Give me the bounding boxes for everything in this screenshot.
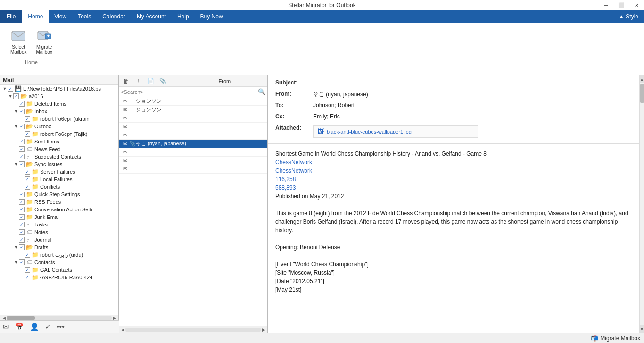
checkbox-journal[interactable]: ✓ — [19, 237, 25, 243]
tree-item-outbox[interactable]: ▼✓📂Outbox — [0, 123, 118, 130]
migrate-mailbox-button[interactable]: MigrateMailbox — [33, 26, 55, 57]
msg-row-0[interactable]: ✉ジョンソン — [119, 97, 267, 106]
tree-item-convaction[interactable]: ✓📁Conversation Action Setti — [0, 206, 118, 213]
checkbox-contacts[interactable]: ✓ — [19, 259, 25, 265]
search-icon[interactable]: 🔍 — [258, 88, 265, 95]
checkbox-junk[interactable]: ✓ — [19, 214, 25, 220]
checkbox-newsfeed[interactable]: ✓ — [19, 146, 25, 152]
tree-item-rssfeeds[interactable]: ✓📁RSS Feeds — [0, 198, 118, 206]
scroll-down-arrow[interactable]: ▼ — [640, 325, 644, 333]
menu-home[interactable]: Home — [22, 10, 49, 23]
checkbox-deleted[interactable]: ✓ — [19, 101, 25, 107]
checkbox-galcontacts[interactable]: ✓ — [25, 267, 30, 273]
checkbox-robert3[interactable]: ✓ — [25, 252, 30, 258]
bottom-tasks-icon[interactable]: ✓ — [45, 322, 51, 331]
tree-toggle-a2016[interactable]: ▼ — [8, 94, 13, 99]
tree-item-galcontacts[interactable]: ✓📁GAL Contacts — [0, 266, 118, 274]
msg-row-4[interactable]: ✉ — [119, 131, 267, 140]
tree-item-guid[interactable]: ✓📁{A9F2RC46-R3A0-424 — [0, 274, 118, 281]
tree-toggle-contacts[interactable]: ▼ — [13, 260, 19, 265]
sidebar-content[interactable]: ▼✓💾E:\New folder\PST Files\a2016.ps▼✓📂a2… — [0, 85, 118, 315]
tree-item-tasks[interactable]: ✓🏷Tasks — [0, 221, 118, 228]
checkbox-suggested[interactable]: ✓ — [19, 154, 25, 159]
msg-row-1[interactable]: ✉ジョンソン — [119, 106, 267, 114]
tree-item-sent[interactable]: ✓📁Sent Items — [0, 138, 118, 145]
msg-list[interactable]: ✉ジョンソン✉ジョンソン✉✉✉✉📎そこ (riyan, japanese)✉✉✉ — [119, 97, 267, 326]
flag-button[interactable]: ! — [133, 77, 143, 85]
scroll-thumb[interactable] — [640, 84, 644, 103]
checkbox-outbox[interactable]: ✓ — [19, 124, 25, 129]
tree-toggle-drafts[interactable]: ▼ — [13, 245, 19, 250]
tree-item-robert3[interactable]: ✓📁robert رابرت (urdu) — [0, 251, 118, 259]
search-input[interactable] — [121, 88, 258, 96]
new-msg-button[interactable]: 📄 — [145, 77, 156, 85]
tree-item-robert1[interactable]: ✓📁robert Ро6ерт (ukrain — [0, 115, 118, 123]
tree-toggle-root[interactable]: ▼ — [2, 86, 8, 91]
tree-item-contacts[interactable]: ▼✓🏷Contacts — [0, 259, 118, 266]
checkbox-sent[interactable]: ✓ — [19, 139, 25, 144]
tree-item-robert2[interactable]: ✓📁robert Ро6ерт (Tajik) — [0, 130, 118, 138]
checkbox-localfail[interactable]: ✓ — [25, 176, 30, 182]
checkbox-notes[interactable]: ✓ — [19, 229, 25, 235]
tree-item-inbox[interactable]: ▼✓📂Inbox — [0, 108, 118, 115]
hscroll-right-arrow[interactable]: ▶ — [112, 315, 117, 321]
checkbox-rssfeeds[interactable]: ✓ — [19, 199, 25, 205]
bottom-contacts-icon[interactable]: 👤 — [30, 322, 39, 331]
bottom-more-icon[interactable]: ••• — [57, 323, 65, 331]
msg-row-2[interactable]: ✉ — [119, 114, 267, 123]
tree-item-root[interactable]: ▼✓💾E:\New folder\PST Files\a2016.ps — [0, 85, 118, 92]
checkbox-drafts[interactable]: ✓ — [19, 244, 25, 250]
msg-row-8[interactable]: ✉ — [119, 165, 267, 174]
tree-item-suggested[interactable]: ✓🏷Suggested Contacts — [0, 153, 118, 160]
style-menu[interactable]: ▲ Style — [613, 10, 644, 23]
checkbox-serverfail[interactable]: ✓ — [25, 169, 30, 175]
delete-button[interactable]: 🗑 — [121, 77, 131, 85]
checkbox-robert1[interactable]: ✓ — [25, 116, 30, 122]
attachment-box[interactable]: 🖼 black-and-blue-cubes-wallpaper1.jpg — [313, 125, 478, 138]
tree-toggle-inbox[interactable]: ▼ — [13, 109, 19, 114]
bottom-calendar-icon[interactable]: 📅 — [15, 322, 24, 331]
close-button[interactable]: ✕ — [629, 0, 644, 10]
msg-row-6[interactable]: ✉ — [119, 148, 267, 157]
tree-item-notes[interactable]: ✓🏷Notes — [0, 228, 118, 236]
scroll-up-arrow[interactable]: ▲ — [640, 75, 644, 83]
restore-button[interactable]: ⬜ — [614, 0, 629, 10]
menu-view[interactable]: View — [49, 10, 72, 23]
tree-item-sync[interactable]: ▼✓📂Sync Issues — [0, 160, 118, 168]
checkbox-sync[interactable]: ✓ — [19, 161, 25, 167]
menu-file[interactable]: File — [0, 10, 22, 23]
tree-item-deleted[interactable]: ✓📁Deleted Items — [0, 100, 118, 108]
reading-scrollbar[interactable]: ▲ ▼ — [639, 75, 644, 333]
minimize-button[interactable]: ─ — [599, 0, 614, 10]
msg-hscroll-left[interactable]: ◀ — [120, 327, 125, 333]
menu-myaccount[interactable]: My Account — [131, 10, 172, 23]
bottom-mail-icon[interactable]: ✉ — [3, 322, 9, 331]
tree-item-serverfail[interactable]: ✓📁Server Failures — [0, 168, 118, 176]
tree-item-newsfeed[interactable]: ✓🏷News Feed — [0, 145, 118, 153]
tree-item-a2016[interactable]: ▼✓📂a2016 — [0, 92, 118, 100]
tree-item-localfail[interactable]: ✓📁Local Failures — [0, 176, 118, 183]
msg-row-5[interactable]: ✉📎そこ (riyan, japanese) — [119, 140, 267, 148]
select-mailbox-button[interactable]: SelectMailbox — [8, 26, 29, 57]
menu-calendar[interactable]: Calendar — [97, 10, 131, 23]
tree-item-conflicts[interactable]: ✓📁Conflicts — [0, 183, 118, 191]
menu-tools[interactable]: Tools — [72, 10, 97, 23]
msg-hscroll[interactable]: ◀ ▶ — [119, 326, 267, 333]
attach-button[interactable]: 📎 — [157, 77, 168, 85]
checkbox-robert2[interactable]: ✓ — [25, 131, 30, 137]
checkbox-tasks[interactable]: ✓ — [19, 222, 25, 227]
checkbox-a2016[interactable]: ✓ — [13, 93, 19, 99]
menu-buynow[interactable]: Buy Now — [195, 10, 229, 23]
tree-item-drafts[interactable]: ▼✓📂Drafts — [0, 243, 118, 251]
checkbox-root[interactable]: ✓ — [8, 86, 13, 92]
hscroll-thumb[interactable] — [7, 316, 35, 320]
sidebar-hscroll[interactable]: ◀ ▶ — [0, 315, 118, 320]
msg-row-7[interactable]: ✉ — [119, 157, 267, 165]
checkbox-guid[interactable]: ✓ — [25, 275, 30, 280]
checkbox-conflicts[interactable]: ✓ — [25, 184, 30, 190]
checkbox-inbox[interactable]: ✓ — [19, 109, 25, 114]
menu-help[interactable]: Help — [172, 10, 195, 23]
tree-toggle-outbox[interactable]: ▼ — [13, 124, 19, 129]
tree-toggle-sync[interactable]: ▼ — [13, 162, 19, 167]
tree-item-junk[interactable]: ✓📁Junk Email — [0, 213, 118, 221]
